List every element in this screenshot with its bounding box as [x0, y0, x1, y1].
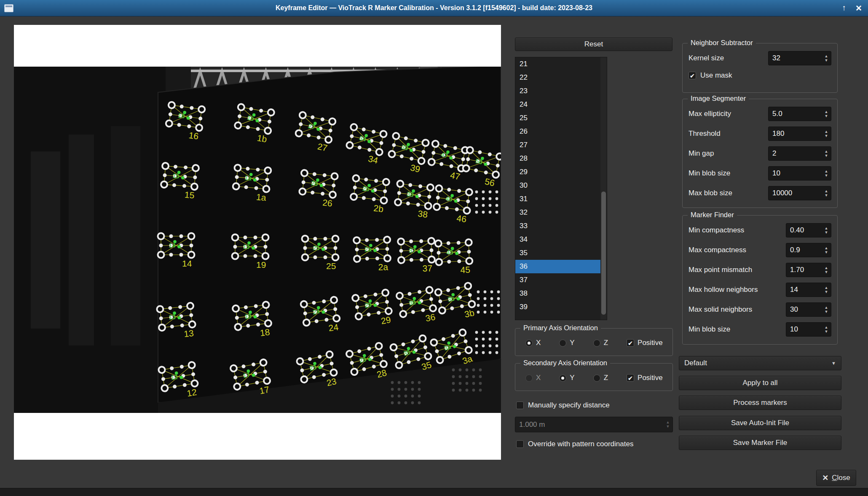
frame-list-item[interactable]: 38: [515, 287, 600, 300]
secondary-axis-z-radio[interactable]: Z: [593, 374, 608, 382]
spin-up-icon[interactable]: ▲: [825, 170, 828, 173]
marker-label: 16: [188, 130, 199, 141]
frame-list-item[interactable]: 34: [515, 233, 600, 246]
spin-up-icon[interactable]: ▲: [825, 266, 828, 270]
kernel-size-spinbox[interactable]: 32 ▲ ▼: [768, 51, 831, 65]
frame-list-scrollbar[interactable]: [600, 57, 607, 320]
spin-up-icon[interactable]: ▲: [825, 326, 828, 329]
spin-down-icon[interactable]: ▼: [825, 290, 828, 294]
spin-down-icon[interactable]: ▼: [825, 114, 828, 118]
threshold-value: 180: [769, 129, 822, 138]
close-button[interactable]: ✕ Close: [816, 470, 856, 486]
spin-down-icon[interactable]: ▼: [825, 174, 828, 178]
min-blob-size-spinbox[interactable]: 10▲▼: [768, 166, 831, 181]
frame-list-item[interactable]: 32: [515, 206, 600, 219]
spin-up-icon[interactable]: ▲: [825, 286, 828, 290]
chevron-down-icon: ▼: [831, 361, 841, 366]
marker-label: 1b: [256, 133, 268, 144]
marker-label: 29: [380, 315, 391, 326]
spin-down-icon[interactable]: ▼: [825, 270, 828, 274]
secondary-axis-x-radio[interactable]: X: [525, 374, 541, 382]
distance-spinbox[interactable]: 1.000 m ▲ ▼: [515, 417, 673, 432]
spin-up-icon[interactable]: ▲: [666, 421, 670, 424]
frame-list-item[interactable]: 23: [515, 84, 600, 98]
secondary-axis-y-radio[interactable]: Y: [559, 374, 574, 382]
save-auto-init-file-button[interactable]: Save Auto-Init File: [679, 416, 841, 430]
spin-down-icon[interactable]: ▼: [666, 425, 670, 429]
close-window-icon[interactable]: ✕: [855, 3, 862, 13]
frame-list-item[interactable]: 29: [515, 165, 600, 179]
calibration-photo: 16161b1b2727343439394747565615151a1a2626…: [14, 25, 501, 460]
spin-up-icon[interactable]: ▲: [825, 54, 828, 58]
max-compactness-label: Max compactness: [689, 246, 746, 254]
frame-list-item[interactable]: 21: [515, 57, 600, 71]
spin-down-icon[interactable]: ▼: [825, 330, 828, 334]
scrollbar-thumb[interactable]: [601, 191, 606, 315]
manually-specify-distance-checkbox[interactable]: ✔ Manually specify distance: [516, 401, 610, 410]
max-hollow-neighbors-spinbox[interactable]: 14▲▼: [786, 283, 831, 297]
primary-axis-y-radio[interactable]: Y: [559, 339, 574, 347]
max-solid-neighbors-spinbox[interactable]: 30▲▼: [786, 302, 831, 317]
threshold-spinbox[interactable]: 180▲▼: [768, 127, 831, 141]
primary-axis-positive-checkbox[interactable]: ✔ Positive: [627, 339, 663, 347]
frame-list-item[interactable]: 25: [515, 111, 600, 125]
frame-list-item[interactable]: 22: [515, 71, 600, 84]
spin-up-icon[interactable]: ▲: [825, 226, 828, 230]
spin-up-icon[interactable]: ▲: [825, 110, 828, 114]
max-blob-size-spinbox[interactable]: 10000▲▼: [768, 186, 831, 200]
max-ellipticity-spinbox[interactable]: 5.0▲▼: [768, 107, 831, 121]
spin-up-icon[interactable]: ▲: [825, 130, 828, 134]
apply-to-all-button[interactable]: Apply to all: [679, 376, 841, 390]
max-compactness-spinbox[interactable]: 0.9▲▼: [786, 243, 831, 257]
min-blob-size-finder-label: Min blob size: [689, 325, 730, 334]
frame-list-item[interactable]: 24: [515, 98, 600, 111]
spin-down-icon[interactable]: ▼: [825, 251, 828, 254]
spin-up-icon[interactable]: ▲: [825, 150, 828, 154]
maximize-icon[interactable]: ↑: [842, 3, 847, 13]
use-mask-checkbox[interactable]: ✔ Use mask: [689, 71, 831, 80]
frame-list-items[interactable]: 21222324252627282930313233343536373839: [515, 57, 600, 320]
max-point-mismatch-spinbox[interactable]: 1.70▲▼: [786, 263, 831, 277]
radio-label: Y: [570, 339, 574, 347]
frame-list-item[interactable]: 30: [515, 179, 600, 192]
min-compactness-spinbox[interactable]: 0.40▲▼: [786, 223, 831, 237]
titlebar[interactable]: Keyframe Editor — VioTrack R Marker Cali…: [0, 0, 868, 16]
frame-list-item[interactable]: 33: [515, 219, 600, 233]
override-pattern-coordinates-checkbox[interactable]: ✔ Override with pattern coordinates: [516, 440, 633, 448]
frame-list-item[interactable]: 31: [515, 192, 600, 206]
frame-list-item[interactable]: 35: [515, 246, 600, 260]
preset-dropdown[interactable]: Default ▼: [679, 356, 841, 370]
spin-down-icon[interactable]: ▼: [825, 134, 828, 138]
frame-list-item[interactable]: 26: [515, 125, 600, 138]
min-blob-size-finder-spinbox[interactable]: 10▲▼: [786, 322, 831, 337]
frame-list-item[interactable]: 39: [515, 300, 600, 314]
process-markers-button[interactable]: Process markers: [679, 396, 841, 410]
save-marker-file-button[interactable]: Save Marker File: [679, 436, 841, 450]
spin-up-icon[interactable]: ▲: [825, 306, 828, 310]
spin-down-icon[interactable]: ▼: [825, 194, 828, 197]
max-point-mismatch-label: Max point mismatch: [689, 266, 752, 274]
frame-list[interactable]: 21222324252627282930313233343536373839: [515, 57, 607, 320]
frame-list-item[interactable]: 37: [515, 273, 600, 287]
marker-label: 2a: [378, 262, 388, 272]
spin-down-icon[interactable]: ▼: [825, 154, 828, 158]
checkbox-indicator: ✔: [627, 339, 634, 347]
spin-down-icon[interactable]: ▼: [825, 59, 828, 62]
max-point-mismatch-value: 1.70: [786, 266, 822, 274]
spin-up-icon[interactable]: ▲: [825, 246, 828, 250]
marker-inner-id: 2b: [362, 185, 370, 193]
frame-list-item[interactable]: 28: [515, 152, 600, 165]
secondary-axis-positive-checkbox[interactable]: ✔ Positive: [627, 374, 663, 382]
spin-down-icon[interactable]: ▼: [825, 310, 828, 314]
primary-axis-z-radio[interactable]: Z: [593, 339, 608, 347]
min-gap-spinbox[interactable]: 2▲▼: [768, 146, 831, 161]
spin-up-icon[interactable]: ▲: [825, 189, 828, 193]
reset-button[interactable]: Reset: [515, 38, 672, 51]
primary-axis-x-radio[interactable]: X: [525, 339, 541, 347]
frame-list-item[interactable]: 27: [515, 138, 600, 152]
frame-list-item-selected[interactable]: 36: [515, 260, 600, 273]
spin-down-icon[interactable]: ▼: [825, 231, 828, 235]
marker-label: 1a: [256, 192, 267, 202]
camera-viewport[interactable]: 16161b1b2727343439394747565615151a1a2626…: [14, 25, 501, 460]
radio-label: Z: [604, 374, 608, 382]
